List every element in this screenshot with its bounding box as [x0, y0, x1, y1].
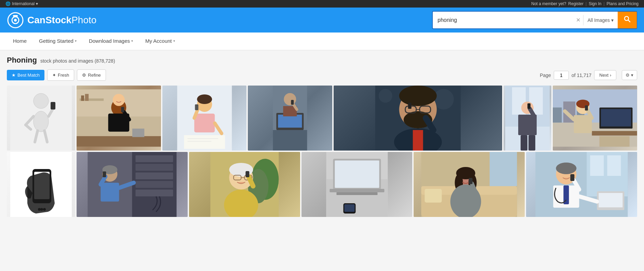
leaf-icon: ✦ [52, 73, 56, 78]
svg-rect-43 [291, 100, 294, 105]
logo[interactable]: CanStockPhoto [7, 12, 96, 29]
svg-rect-114 [245, 171, 249, 177]
next-button[interactable]: Next › [594, 70, 616, 80]
nav-my-account[interactable]: My Account ▾ [139, 33, 181, 50]
top-bar-left: 🌐 International ▾ [5, 1, 38, 6]
nav-download-images-label: Download Images [89, 38, 130, 44]
image-cell[interactable] [77, 86, 161, 151]
refine-button[interactable]: ⚙ Refine [77, 69, 106, 81]
nav-getting-started-label: Getting Started [39, 38, 73, 44]
star-icon: ★ [12, 73, 16, 78]
page-label: Page [540, 73, 551, 78]
content: Phoning stock photos and images (878,728… [0, 50, 644, 222]
svg-rect-147 [571, 174, 575, 181]
search-container: ✕ All Images ▾ [432, 11, 637, 29]
image-cell[interactable] [77, 152, 188, 217]
laptop-phone-image [301, 152, 413, 217]
search-button[interactable] [618, 12, 637, 28]
svg-rect-69 [528, 135, 535, 151]
svg-rect-78 [600, 136, 630, 147]
svg-rect-30 [194, 114, 215, 132]
page-total: of 11,717 [572, 73, 591, 78]
filter-dropdown-button[interactable]: All Images ▾ [583, 14, 618, 26]
svg-rect-100 [100, 183, 119, 202]
svg-point-51 [399, 86, 437, 106]
svg-rect-133 [469, 178, 473, 184]
search-icon [624, 16, 631, 23]
svg-point-7 [33, 93, 49, 108]
international-link[interactable]: International [12, 1, 35, 6]
clear-search-button[interactable]: ✕ [573, 17, 583, 23]
register-link[interactable]: Register [568, 1, 583, 6]
separator: | [586, 1, 587, 6]
plans-link[interactable]: Plans and Pricing [607, 1, 639, 6]
search-input[interactable] [433, 14, 573, 27]
svg-rect-126 [425, 189, 442, 203]
svg-rect-67 [527, 103, 531, 109]
image-cell[interactable] [504, 86, 551, 151]
svg-rect-77 [592, 131, 637, 136]
svg-rect-118 [335, 160, 379, 188]
image-cell[interactable] [248, 86, 332, 151]
results-subtitle: stock photos and images (878,728) [40, 58, 115, 64]
signin-link[interactable]: Sign In [589, 1, 601, 6]
settings-button[interactable]: ⚙ ▾ [622, 70, 637, 80]
svg-rect-68 [521, 135, 527, 151]
image-cell[interactable] [414, 152, 525, 217]
image-cell[interactable] [301, 152, 413, 217]
image-cell[interactable] [526, 152, 637, 217]
sliders-icon: ⚙ [82, 73, 86, 78]
image-row-1 [7, 86, 637, 151]
svg-rect-26 [132, 129, 144, 137]
image-cell[interactable] [7, 86, 75, 151]
svg-rect-34 [184, 135, 225, 149]
nav-getting-started[interactable]: Getting Started ▾ [33, 33, 83, 50]
nav-home[interactable]: Home [7, 33, 33, 50]
image-grid [7, 86, 637, 217]
globe-icon: 🌐 [5, 1, 11, 6]
page-title-row: Phoning stock photos and images (878,728… [7, 56, 637, 65]
svg-rect-57 [413, 130, 423, 151]
svg-rect-94 [135, 164, 173, 171]
nav: Home Getting Started ▾ Download Images ▾… [0, 33, 644, 50]
svg-rect-95 [135, 172, 173, 179]
best-match-button[interactable]: ★ Best Match [7, 70, 44, 80]
svg-rect-97 [135, 190, 173, 196]
image-cell[interactable] [553, 86, 637, 151]
image-row-2 [7, 152, 637, 217]
pagination: Page of 11,717 Next › [540, 70, 616, 80]
fresh-label: Fresh [58, 73, 69, 78]
old-man-image [189, 152, 300, 217]
page-title: Phoning [7, 56, 37, 64]
svg-rect-19 [85, 94, 89, 101]
svg-rect-3 [13, 15, 18, 17]
top-bar-right: Not a member yet? Register | Sign In | P… [531, 1, 639, 6]
svg-rect-137 [590, 155, 604, 176]
logo-photo: Photo [71, 15, 96, 25]
woman-desk-image [77, 86, 161, 151]
logo-stock: Stock [45, 15, 71, 25]
page-input[interactable] [554, 71, 569, 80]
logo-text: CanStockPhoto [27, 15, 96, 26]
woman-waving-image [553, 86, 637, 151]
image-cell[interactable] [162, 86, 247, 151]
svg-point-21 [113, 94, 125, 106]
logo-icon [7, 12, 24, 29]
chevron-down-icon: ▾ [611, 17, 614, 23]
refine-label: Refine [88, 73, 101, 78]
gear-icon: ⚙ [626, 73, 630, 78]
man-server-image [77, 152, 188, 217]
dropdown-icon: ▾ [36, 1, 38, 6]
nav-download-images[interactable]: Download Images ▾ [83, 33, 139, 50]
svg-point-142 [556, 163, 577, 174]
svg-rect-59 [408, 103, 412, 109]
svg-point-29 [197, 94, 212, 104]
man-back-image [504, 86, 551, 151]
svg-rect-84 [585, 105, 588, 111]
fresh-button[interactable]: ✦ Fresh [47, 69, 74, 81]
image-cell[interactable] [334, 86, 502, 151]
image-cell[interactable] [189, 152, 300, 217]
figure-phone-image [7, 86, 75, 151]
image-cell[interactable] [7, 152, 75, 217]
toolbar: ★ Best Match ✦ Fresh ⚙ Refine Page of 11… [7, 69, 637, 81]
